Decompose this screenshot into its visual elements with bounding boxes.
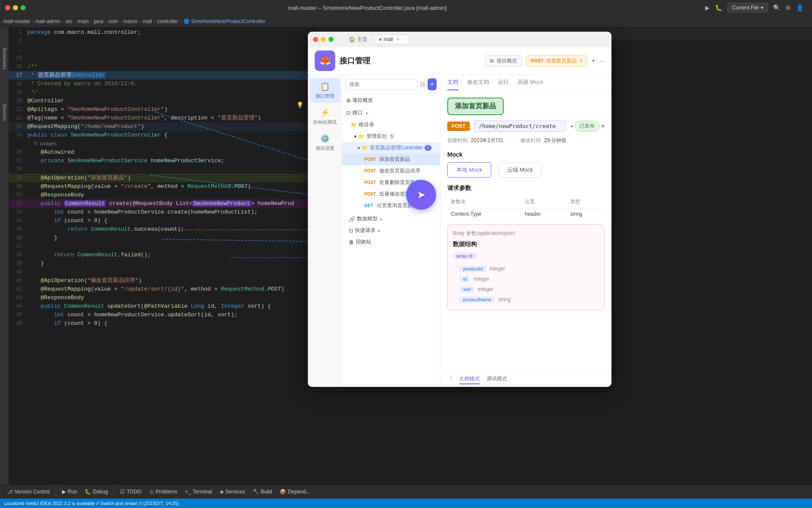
todo-icon: ☑ <box>120 489 125 495</box>
tree-api-section[interactable]: ⊡ 接口 ▸ <box>342 107 440 119</box>
maximize-button[interactable] <box>21 5 26 10</box>
breadcrumb-java[interactable]: java <box>94 18 103 24</box>
titlebar: mall-master – SmsHomeNewProductControlle… <box>0 0 812 15</box>
debug-icon[interactable]: 🐛 <box>715 4 722 11</box>
format-tab-doc[interactable]: 文档模式 <box>459 374 480 384</box>
build-icon: 🔨 <box>253 489 259 495</box>
tree-item-add[interactable]: POST 添加首页新品 <box>342 154 440 165</box>
version-control-button[interactable]: ⎇ Version Control <box>3 487 53 496</box>
minimize-button[interactable] <box>13 5 18 10</box>
field-type-productName: string <box>498 297 511 303</box>
breadcrumb-mall[interactable]: mall <box>142 18 152 24</box>
tree-item-sort[interactable]: POST 修改首页新品排序 <box>342 165 440 177</box>
cloud-mock-button[interactable]: 云端 Mock <box>498 162 542 178</box>
project-icon: ⊞ <box>490 58 494 64</box>
depend-button[interactable]: 📦 Depend... <box>276 487 313 496</box>
close-button[interactable] <box>5 5 10 10</box>
filter-icon[interactable]: ⊟ <box>420 81 425 88</box>
sidebar-item-settings[interactable]: ⚙️ 项目设置 <box>310 131 340 155</box>
tree-quick-request[interactable]: ⊡ 快捷请求 ▸ <box>342 225 440 236</box>
more-button[interactable]: ··· <box>599 57 605 64</box>
terminal-button[interactable]: >_ Terminal <box>182 487 216 496</box>
breadcrumb-com[interactable]: com <box>108 18 118 24</box>
breadcrumb-main[interactable]: main <box>77 18 89 24</box>
api-maximize-button[interactable] <box>328 37 334 42</box>
api-body: 📋 接口管理 ⚡ 自动化测试 ⚙️ 项目设置 ⊟ + <box>308 75 611 387</box>
build-button[interactable]: 🔨 Build <box>249 487 276 496</box>
api-current-tab[interactable]: POST 添加首页新品 × <box>526 55 587 67</box>
code-line-41: 41 @ApiOperation("修改首页新品排序") <box>9 276 308 285</box>
chevron-left-icon: 《 <box>447 374 452 384</box>
code-line-16: 16 /** <box>9 62 308 71</box>
sidebar-item-automation[interactable]: ⚡ 自动化测试 <box>310 104 340 129</box>
chevron-down-status[interactable]: ▾ <box>601 122 605 130</box>
code-line-26: 26 @Autowired <box>9 148 308 157</box>
code-line-46: 46 if (count > 0) { <box>9 319 308 328</box>
breadcrumb-macro[interactable]: macro <box>123 18 137 24</box>
float-action-button[interactable]: ➤ <box>406 180 436 210</box>
api-current-tab-close[interactable]: × <box>579 58 582 64</box>
folder-icon: ⊡ <box>346 110 351 116</box>
current-file-button[interactable]: Current File ▾ <box>727 3 768 12</box>
field-type-sort: integer <box>478 286 493 292</box>
project-overview-button[interactable]: ⊞ 项目概览 <box>485 55 522 67</box>
bottom-format-bar: 《 文档模式 调试模式 <box>440 371 611 387</box>
breadcrumb-mall-master[interactable]: mall-master <box>3 18 30 24</box>
status-dot: ● <box>570 124 573 128</box>
run-toolbar-button[interactable]: ▶ Run <box>59 487 80 496</box>
run-icon[interactable]: ▶ <box>705 4 710 11</box>
profile-icon[interactable]: 👤 <box>796 4 803 11</box>
code-line-17: 17 * 首页新品管理Controller <box>9 71 308 80</box>
add-tab-button[interactable]: + <box>591 57 595 65</box>
field-row-productId: productId integer <box>453 264 599 274</box>
tab-edit-doc[interactable]: 修改文档 <box>467 75 489 90</box>
code-line-27: 27 private SmsHomeNewProductService home… <box>9 157 308 165</box>
settings-icon[interactable]: ⚙ <box>785 4 791 11</box>
api-minimize-button[interactable] <box>321 37 326 42</box>
problems-button[interactable]: ⚠ Problems <box>146 487 181 496</box>
search-input[interactable] <box>345 79 417 89</box>
api-tab-mall[interactable]: ● mall × ○ <box>374 35 408 44</box>
add-api-button[interactable]: + <box>428 78 437 90</box>
code-line-21: 21 @Api(tags = "SmsHomeNewProductControl… <box>9 105 308 114</box>
api-window-tabs: 🏠 主页 ● mall × ○ <box>345 35 408 45</box>
field-name-productId: productId <box>460 265 486 272</box>
tab-run[interactable]: 运行 <box>498 75 509 90</box>
todo-button[interactable]: ☑ TODO <box>117 487 145 496</box>
api-close-button[interactable] <box>313 37 318 42</box>
controller-folder-icon: 📁 <box>362 145 368 151</box>
api-management-label: 接口管理 <box>316 93 334 99</box>
local-mock-button[interactable]: 本地 Mock <box>447 162 491 178</box>
breadcrumb-mall-admin[interactable]: mall-admin <box>35 18 61 24</box>
problems-icon: ⚠ <box>149 489 154 495</box>
tree-management-folder[interactable]: ▾ 📁 管理后台 5 <box>342 131 440 142</box>
breadcrumb-file[interactable]: 🔵 SmsHomeNewProductController <box>183 18 266 24</box>
sidebar-item-api-management[interactable]: 📋 接口管理 <box>310 78 340 103</box>
code-line-36: 36 } <box>9 234 308 242</box>
tree-controller-folder[interactable]: ▾ 📁 首页新品管理Controller 5 <box>342 142 440 154</box>
breadcrumb-controller[interactable]: controller <box>157 18 178 24</box>
tree-root-folder[interactable]: 📁 根目录 <box>342 119 440 131</box>
req-params-section: 请求参数 参数名 位置 类型 Cont <box>447 184 605 310</box>
code-line-19: 19 */ <box>9 88 308 97</box>
lightbulb-icon[interactable]: 💡 <box>296 101 304 109</box>
field-type-id: integer <box>474 276 490 282</box>
endpoint-url[interactable]: /home/newProduct/create <box>474 120 566 132</box>
api-tab-home[interactable]: 🏠 主页 <box>345 35 372 45</box>
status-container: ● 已发布 ▾ <box>570 121 605 131</box>
tab-advanced-mock[interactable]: 高级 Mock <box>517 75 543 90</box>
api-tab-mall-close[interactable]: × <box>396 36 399 42</box>
tree-data-model[interactable]: 🔗 数据模型 ▸ <box>342 213 440 225</box>
services-button[interactable]: ◈ Services <box>216 487 248 496</box>
breadcrumb-src[interactable]: src <box>65 18 72 24</box>
format-tab-debug[interactable]: 调试模式 <box>487 374 507 384</box>
tab-doc[interactable]: 文档 <box>447 75 458 90</box>
tree-recycle-bin[interactable]: 🗑 回收站 <box>342 236 440 248</box>
code-editor[interactable]: 1 package com.macro.mall.controller; 2 3… <box>9 27 308 484</box>
toolbar-sep-2 <box>114 487 114 496</box>
created-value: 2023年2月7日 <box>471 137 503 143</box>
debug-toolbar-button[interactable]: 🐛 Debug <box>81 487 111 496</box>
search-icon[interactable]: 🔍 <box>773 4 780 11</box>
mall-icon: ● <box>379 36 382 42</box>
tree-project-overview[interactable]: ⊞ 项目概览 <box>342 94 440 107</box>
